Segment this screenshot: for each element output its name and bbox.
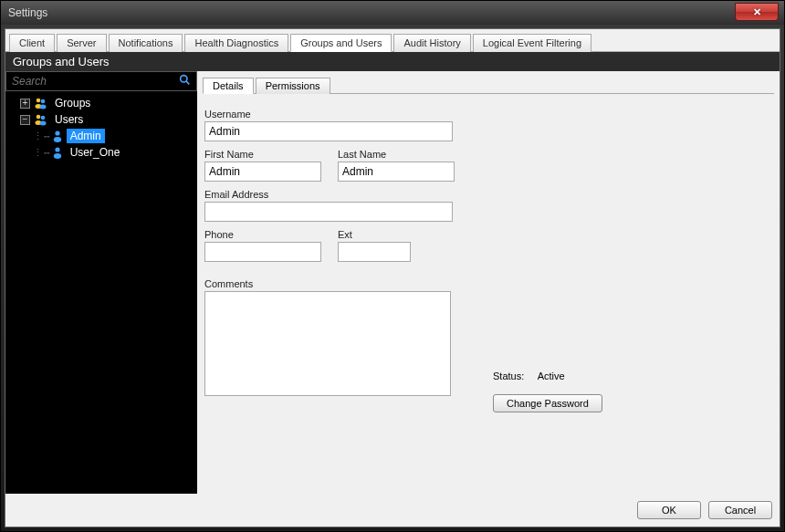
svg-point-11: [53, 137, 60, 142]
firstname-label: First Name: [204, 149, 321, 160]
titlebar: Settings ✕: [1, 1, 784, 25]
footer: OK Cancel: [5, 494, 780, 527]
username-label: Username: [204, 109, 772, 120]
tree-label: Groups: [51, 96, 94, 110]
comments-field[interactable]: [204, 291, 451, 396]
status-value: Active: [538, 370, 565, 381]
search-input[interactable]: [6, 72, 173, 90]
close-icon: ✕: [753, 6, 761, 18]
svg-point-9: [40, 121, 47, 126]
phone-label: Phone: [204, 229, 321, 240]
change-password-button[interactable]: Change Password: [493, 394, 602, 412]
expand-icon[interactable]: +: [20, 99, 30, 109]
tab-health-diagnostics[interactable]: Health Diagnostics: [184, 34, 288, 52]
svg-point-7: [41, 116, 46, 120]
subtabs: Details Permissions: [203, 77, 774, 94]
tree: + Groups − Users: [5, 91, 197, 494]
user-icon: [51, 146, 64, 159]
tree-node-user[interactable]: ⋮⋯ Admin: [7, 128, 195, 144]
tree-label: User_One: [67, 145, 124, 160]
main-pane: Details Permissions Username First Name …: [197, 71, 780, 494]
status-label: Status:: [493, 370, 524, 381]
svg-point-2: [37, 99, 41, 103]
svg-point-13: [53, 153, 60, 159]
comments-label: Comments: [204, 278, 772, 289]
ext-label: Ext: [338, 229, 411, 240]
search-box[interactable]: [5, 71, 197, 91]
cancel-button[interactable]: Cancel: [708, 501, 772, 519]
tab-notifications[interactable]: Notifications: [109, 34, 183, 52]
svg-line-1: [186, 81, 189, 84]
svg-point-10: [55, 130, 59, 135]
tree-label: Admin: [67, 129, 105, 143]
username-field[interactable]: [204, 121, 453, 141]
panel-title: Groups and Users: [5, 52, 780, 71]
tree-label: Users: [51, 112, 87, 127]
firstname-field[interactable]: [204, 162, 321, 182]
subtab-details[interactable]: Details: [203, 78, 254, 94]
tab-groups-and-users[interactable]: Groups and Users: [290, 34, 392, 52]
ok-button[interactable]: OK: [637, 501, 701, 519]
email-field[interactable]: [204, 202, 453, 222]
window-close-button[interactable]: ✕: [735, 3, 779, 21]
tab-client[interactable]: Client: [9, 34, 55, 52]
svg-point-3: [41, 99, 46, 104]
tab-logical-event-filtering[interactable]: Logical Event Filtering: [473, 34, 591, 52]
svg-point-6: [37, 115, 41, 120]
phone-field[interactable]: [204, 242, 321, 262]
email-label: Email Address: [204, 189, 772, 200]
settings-window: Settings ✕ Client Server Notifications H…: [0, 0, 785, 532]
tab-audit-history[interactable]: Audit History: [393, 34, 470, 52]
users-icon: [34, 113, 48, 126]
subtab-permissions[interactable]: Permissions: [256, 78, 330, 94]
status-area: Status: Active Change Password: [493, 370, 602, 412]
details-form: Username First Name Last Name Email Addr…: [203, 98, 774, 402]
lastname-label: Last Name: [338, 149, 455, 160]
sidebar: + Groups − Users: [5, 71, 197, 494]
tree-node-users[interactable]: − Users: [7, 111, 195, 128]
svg-point-12: [55, 147, 59, 151]
svg-point-0: [181, 76, 187, 82]
tree-node-user[interactable]: ⋮⋯ User_One: [7, 144, 195, 161]
search-icon[interactable]: [173, 74, 196, 89]
tab-server[interactable]: Server: [57, 34, 106, 52]
content: Client Server Notifications Health Diagn…: [5, 28, 780, 527]
lastname-field[interactable]: [338, 162, 455, 182]
main-tabstrip: Client Server Notifications Health Diagn…: [5, 29, 780, 52]
svg-point-5: [40, 105, 47, 110]
tree-node-groups[interactable]: + Groups: [7, 95, 195, 111]
body: + Groups − Users: [5, 71, 780, 494]
window-title: Settings: [8, 6, 47, 19]
user-icon: [51, 130, 64, 142]
groups-icon: [34, 97, 48, 110]
collapse-icon[interactable]: −: [20, 115, 30, 125]
ext-field[interactable]: [338, 242, 411, 262]
